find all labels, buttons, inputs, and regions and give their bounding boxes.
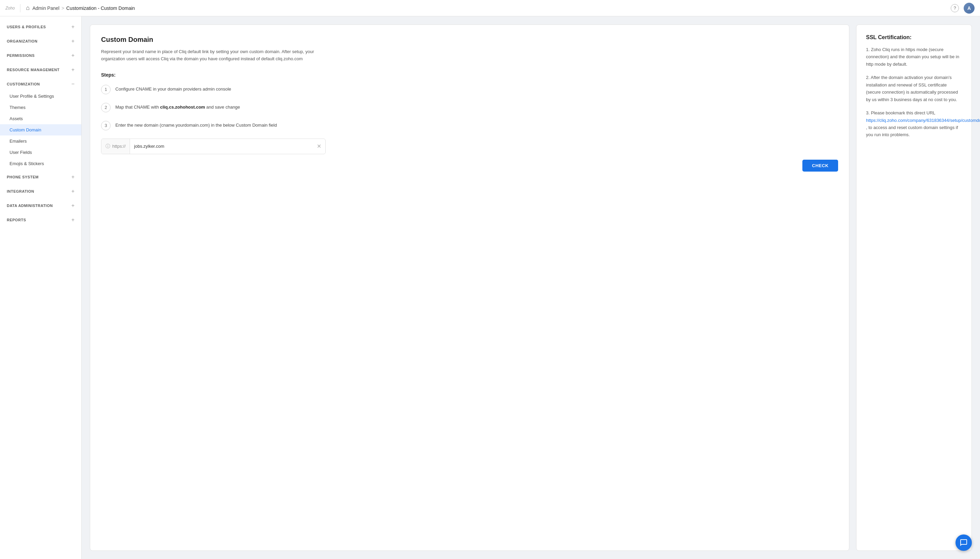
main-content: Custom Domain Represent your brand name … — [82, 17, 980, 559]
sidebar-section-data-administration: DATA ADMINISTRATION + — [0, 199, 81, 212]
expand-icon-users-profiles: + — [71, 24, 74, 30]
sidebar-item-custom-domain[interactable]: Custom Domain — [0, 124, 81, 136]
help-button[interactable]: ? — [951, 4, 959, 12]
sidebar-item-themes[interactable]: Themes — [0, 102, 81, 113]
sidebar-item-assets[interactable]: Assets — [0, 113, 81, 124]
sidebar-item-emojis-stickers[interactable]: Emojis & Stickers — [0, 158, 81, 169]
sidebar-section-organization: ORGANIZATION + — [0, 35, 81, 48]
sidebar-section-integration: INTEGRATION + — [0, 185, 81, 198]
ssl-card: SSL Certification: 1. Zoho Cliq runs in … — [856, 25, 972, 551]
sidebar-section-title-resource-management: RESOURCE MANAGEMENT — [7, 68, 59, 72]
sidebar-section-users-profiles: USERS & PROFILES + — [0, 20, 81, 33]
domain-input[interactable] — [130, 139, 313, 154]
step-2: 2 Map that CNAME with cliq.cs.zohohost.c… — [101, 103, 838, 112]
sidebar-section-header-resource-management[interactable]: RESOURCE MANAGEMENT + — [0, 63, 81, 76]
sidebar-section-permissions: PERMISSIONS + — [0, 49, 81, 62]
sidebar-section-title-permissions: PERMISSIONS — [7, 53, 35, 58]
sidebar-section-header-organization[interactable]: ORGANIZATION + — [0, 35, 81, 48]
expand-icon-organization: + — [71, 38, 74, 44]
expand-icon-permissions: + — [71, 53, 74, 59]
lock-icon: ⓘ — [106, 143, 110, 149]
layout: USERS & PROFILES + ORGANIZATION + PERMIS… — [0, 17, 980, 559]
sidebar-section-header-phone-system[interactable]: PHONE SYSTEM + — [0, 170, 81, 184]
breadcrumb: Admin Panel > Customization - Custom Dom… — [32, 5, 135, 11]
sidebar-section-header-data-administration[interactable]: DATA ADMINISTRATION + — [0, 199, 81, 212]
sidebar-item-emailers[interactable]: Emailers — [0, 136, 81, 147]
ssl-title: SSL Certification: — [866, 35, 962, 41]
sidebar-section-header-permissions[interactable]: PERMISSIONS + — [0, 49, 81, 62]
topbar-logo: Zoho — [5, 6, 15, 10]
topbar-divider — [20, 4, 20, 12]
sidebar-section-title-users-profiles: USERS & PROFILES — [7, 25, 46, 29]
sidebar-section-title-phone-system: PHONE SYSTEM — [7, 175, 38, 179]
breadcrumb-parent[interactable]: Admin Panel — [32, 5, 59, 11]
step-number-1: 1 — [101, 85, 111, 94]
sidebar-section-customization: CUSTOMIZATION − User Profile & Settings … — [0, 78, 81, 169]
step-2-text-before: Map that CNAME with — [115, 104, 160, 110]
sidebar-section-title-reports: REPORTS — [7, 218, 26, 222]
sidebar-section-header-reports[interactable]: REPORTS + — [0, 213, 81, 227]
ssl-link[interactable]: https://cliq.zoho.com/company/631836344/… — [866, 118, 980, 123]
domain-prefix: ⓘ https:// — [101, 139, 130, 154]
sidebar-section-reports: REPORTS + — [0, 213, 81, 227]
ssl-point-3-text: 3. Please bookmark this direct URL — [866, 110, 935, 116]
sidebar-section-phone-system: PHONE SYSTEM + — [0, 170, 81, 184]
step-2-text-bold: cliq.cs.zohohost.com — [160, 104, 205, 110]
expand-icon-integration: + — [71, 188, 74, 194]
ssl-point-1: 1. Zoho Cliq runs in https mode (secure … — [866, 46, 962, 68]
collapse-icon-customization: − — [71, 81, 74, 87]
sidebar-section-title-data-administration: DATA ADMINISTRATION — [7, 203, 53, 208]
sidebar-section-resource-management: RESOURCE MANAGEMENT + — [0, 63, 81, 76]
expand-icon-resource-management: + — [71, 67, 74, 73]
step-2-text-after: and save change — [205, 104, 240, 110]
sidebar-section-header-customization[interactable]: CUSTOMIZATION − — [0, 78, 81, 91]
step-text-3: Enter the new domain (cname.yourdomain.c… — [115, 121, 277, 129]
page-description: Represent your brand name in place of Cl… — [101, 48, 332, 63]
expand-icon-data-administration: + — [71, 203, 74, 209]
ssl-link-suffix: , to access and reset custom domain sett… — [866, 125, 958, 137]
home-icon[interactable]: ⌂ — [26, 5, 30, 12]
sidebar-item-user-profile-settings[interactable]: User Profile & Settings — [0, 91, 81, 102]
check-button[interactable]: CHECK — [802, 160, 838, 172]
step-3: 3 Enter the new domain (cname.yourdomain… — [101, 121, 838, 131]
sidebar-section-header-users-profiles[interactable]: USERS & PROFILES + — [0, 20, 81, 33]
expand-icon-phone-system: + — [71, 174, 74, 180]
domain-input-wrapper: ⓘ https:// ✕ — [101, 139, 326, 154]
breadcrumb-separator: > — [62, 5, 64, 11]
step-text-1: Configure CNAME in your domain providers… — [115, 84, 231, 93]
step-number-2: 2 — [101, 103, 111, 112]
domain-prefix-text: https:// — [112, 144, 125, 149]
step-1: 1 Configure CNAME in your domain provide… — [101, 84, 838, 94]
avatar[interactable]: A — [964, 3, 975, 13]
ssl-point-2: 2. After the domain activation your doma… — [866, 74, 962, 103]
topbar-right: ? A — [951, 3, 975, 13]
sidebar-section-title-organization: ORGANIZATION — [7, 39, 38, 43]
sidebar-section-title-integration: INTEGRATION — [7, 189, 34, 194]
sidebar-section-header-integration[interactable]: INTEGRATION + — [0, 185, 81, 198]
page-title: Custom Domain — [101, 36, 838, 44]
chat-fab[interactable] — [955, 534, 972, 551]
breadcrumb-current: Customization - Custom Domain — [66, 5, 135, 11]
expand-icon-reports: + — [71, 217, 74, 223]
steps-label: Steps: — [101, 72, 838, 78]
sidebar: USERS & PROFILES + ORGANIZATION + PERMIS… — [0, 17, 82, 559]
content-card: Custom Domain Represent your brand name … — [90, 25, 849, 551]
domain-clear-button[interactable]: ✕ — [313, 139, 325, 154]
step-text-2: Map that CNAME with cliq.cs.zohohost.com… — [115, 103, 240, 111]
ssl-point-3: 3. Please bookmark this direct URL https… — [866, 109, 962, 139]
sidebar-item-user-fields[interactable]: User Fields — [0, 147, 81, 158]
step-number-3: 3 — [101, 121, 111, 131]
sidebar-section-title-customization: CUSTOMIZATION — [7, 82, 40, 86]
topbar: Zoho ⌂ Admin Panel > Customization - Cus… — [0, 0, 980, 17]
